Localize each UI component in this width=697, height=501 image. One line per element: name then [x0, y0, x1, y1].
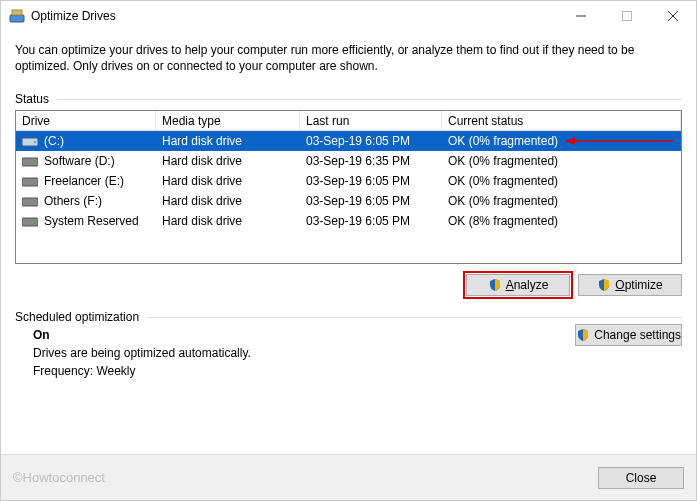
drive-lastrun: 03-Sep-19 6:05 PM: [300, 214, 442, 228]
table-row[interactable]: (C:)Hard disk drive03-Sep-19 6:05 PMOK (…: [16, 131, 681, 151]
shield-icon: [597, 278, 611, 292]
scheduled-frequency: Frequency: Weekly: [33, 364, 682, 378]
drive-lastrun: 03-Sep-19 6:05 PM: [300, 194, 442, 208]
svg-point-15: [34, 201, 36, 203]
optimize-button[interactable]: Optimize: [578, 274, 682, 296]
drive-name: Freelancer (E:): [44, 174, 124, 188]
close-dialog-button[interactable]: Close: [598, 467, 684, 489]
drive-status: OK (0% fragmented): [442, 134, 681, 148]
change-settings-label: Change settings: [594, 328, 681, 342]
shield-icon: [576, 328, 590, 342]
window-title: Optimize Drives: [31, 9, 116, 23]
drive-icon: [22, 155, 38, 167]
watermark: ©Howtoconnect: [13, 470, 105, 485]
drive-media: Hard disk drive: [156, 214, 300, 228]
scheduled-header: Scheduled optimization: [15, 310, 682, 324]
svg-rect-3: [623, 12, 632, 21]
close-label: Close: [626, 471, 657, 485]
drive-name: Others (F:): [44, 194, 102, 208]
svg-point-11: [34, 161, 36, 163]
table-row[interactable]: Freelancer (E:)Hard disk drive03-Sep-19 …: [16, 171, 681, 191]
col-drive[interactable]: Drive: [16, 111, 156, 130]
drives-table[interactable]: Drive Media type Last run Current status…: [15, 110, 682, 264]
annotation-arrow: [563, 136, 673, 146]
drive-icon: [22, 175, 38, 187]
scheduled-label: Scheduled optimization: [15, 310, 139, 324]
svg-point-17: [34, 221, 36, 223]
svg-point-13: [34, 181, 36, 183]
analyze-button[interactable]: Analyze: [466, 274, 570, 296]
app-icon: [9, 8, 25, 24]
table-row[interactable]: System ReservedHard disk drive03-Sep-19 …: [16, 211, 681, 231]
drive-lastrun: 03-Sep-19 6:05 PM: [300, 134, 442, 148]
svg-rect-1: [12, 10, 22, 15]
table-row[interactable]: Software (D:)Hard disk drive03-Sep-19 6:…: [16, 151, 681, 171]
drive-media: Hard disk drive: [156, 134, 300, 148]
drive-status: OK (8% fragmented): [442, 214, 681, 228]
window-controls: [558, 1, 696, 31]
drive-media: Hard disk drive: [156, 194, 300, 208]
description-text: You can optimize your drives to help you…: [15, 43, 682, 74]
drive-icon: [22, 135, 38, 147]
drive-icon: [22, 215, 38, 227]
minimize-button[interactable]: [558, 1, 604, 31]
drive-lastrun: 03-Sep-19 6:35 PM: [300, 154, 442, 168]
svg-rect-0: [10, 15, 24, 22]
drive-name: Software (D:): [44, 154, 115, 168]
drive-status: OK (0% fragmented): [442, 174, 681, 188]
col-lastrun[interactable]: Last run: [300, 111, 442, 130]
svg-marker-9: [565, 137, 575, 145]
shield-icon: [488, 278, 502, 292]
footer: ©Howtoconnect Close: [1, 454, 696, 500]
drive-icon: [22, 195, 38, 207]
change-settings-button[interactable]: Change settings: [575, 324, 682, 346]
drive-status: OK (0% fragmented): [442, 154, 681, 168]
close-button[interactable]: [650, 1, 696, 31]
drive-media: Hard disk drive: [156, 154, 300, 168]
optimize-label: Optimize: [615, 278, 662, 292]
table-header: Drive Media type Last run Current status: [16, 111, 681, 131]
drive-name: System Reserved: [44, 214, 139, 228]
content-area: You can optimize your drives to help you…: [1, 31, 696, 378]
col-status[interactable]: Current status: [442, 111, 681, 130]
drive-status: OK (0% fragmented): [442, 194, 681, 208]
svg-point-7: [34, 141, 36, 143]
maximize-button[interactable]: [604, 1, 650, 31]
scheduled-block: Change settings On Drives are being opti…: [15, 328, 682, 378]
drive-media: Hard disk drive: [156, 174, 300, 188]
status-header: Status: [15, 92, 682, 106]
status-label: Status: [15, 92, 49, 106]
table-row[interactable]: Others (F:)Hard disk drive03-Sep-19 6:05…: [16, 191, 681, 211]
drive-name: (C:): [44, 134, 64, 148]
col-media[interactable]: Media type: [156, 111, 300, 130]
drive-lastrun: 03-Sep-19 6:05 PM: [300, 174, 442, 188]
action-row: Analyze Optimize: [15, 264, 682, 302]
scheduled-desc: Drives are being optimized automatically…: [33, 346, 682, 360]
analyze-label: Analyze: [506, 278, 549, 292]
titlebar: Optimize Drives: [1, 1, 696, 31]
